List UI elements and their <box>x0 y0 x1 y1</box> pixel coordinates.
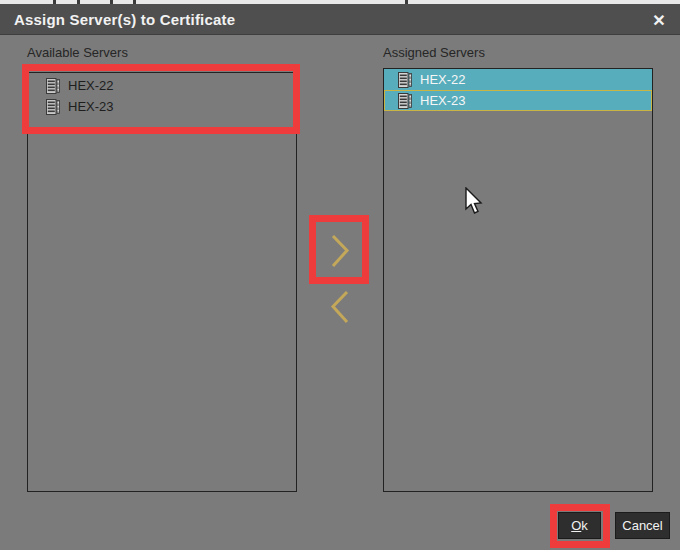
server-icon <box>46 99 60 115</box>
list-item[interactable]: HEX-23 <box>28 96 296 117</box>
chevron-right-icon <box>327 233 353 269</box>
server-icon <box>398 72 412 88</box>
ok-button-mnemonic: O <box>571 518 581 533</box>
assigned-servers-list[interactable]: HEX-22 HEX-23 <box>383 68 653 492</box>
server-icon <box>46 78 60 94</box>
list-item-selected-focused[interactable]: HEX-23 <box>384 90 652 111</box>
ok-button[interactable]: Ok <box>558 512 601 539</box>
assign-servers-dialog: Assign Server(s) to Certificate ✕ Availa… <box>0 0 680 550</box>
server-name: HEX-23 <box>68 99 114 114</box>
ok-button-label-rest: k <box>581 518 588 533</box>
close-icon[interactable]: ✕ <box>646 7 672 33</box>
server-name: HEX-23 <box>420 93 466 108</box>
list-item-selected[interactable]: HEX-22 <box>384 69 652 90</box>
available-servers-label: Available Servers <box>27 45 128 60</box>
server-name: HEX-22 <box>420 72 466 87</box>
server-icon <box>398 93 412 109</box>
available-servers-list[interactable]: HEX-22 HEX-23 <box>27 72 297 492</box>
assign-button[interactable] <box>327 233 353 269</box>
cancel-button[interactable]: Cancel <box>615 512 670 539</box>
unassign-button[interactable] <box>327 289 353 325</box>
dialog-titlebar: Assign Server(s) to Certificate ✕ <box>0 4 680 35</box>
dialog-title: Assign Server(s) to Certificate <box>14 11 235 28</box>
assigned-servers-label: Assigned Servers <box>383 45 485 60</box>
list-item[interactable]: HEX-22 <box>28 75 296 96</box>
cancel-button-label: Cancel <box>622 518 662 533</box>
server-name: HEX-22 <box>68 78 114 93</box>
chevron-left-icon <box>327 289 353 325</box>
